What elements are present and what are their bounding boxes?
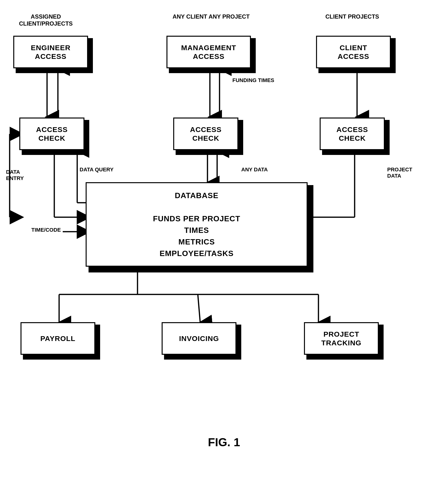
engineer-access-box: ENGINEER ACCESS bbox=[13, 36, 88, 68]
any-client-label: ANY CLIENT ANY PROJECT bbox=[171, 13, 251, 20]
project-tracking-label: PROJECT TRACKING bbox=[321, 330, 361, 347]
access-check-2-label: ACCESS CHECK bbox=[190, 125, 222, 143]
time-code-label: TIME/CODE bbox=[31, 227, 70, 233]
invoicing-box: INVOICING bbox=[162, 322, 236, 355]
data-entry-label: DATA ENTRY bbox=[6, 169, 37, 182]
client-access-box: CLIENT ACCESS bbox=[316, 36, 391, 68]
svg-line-22 bbox=[198, 294, 200, 323]
funding-times-label: FUNDING TIMES bbox=[229, 77, 277, 83]
any-data-label: ANY DATA bbox=[241, 167, 277, 173]
access-check-3-box: ACCESS CHECK bbox=[320, 118, 385, 150]
access-check-1-label: ACCESS CHECK bbox=[36, 125, 68, 143]
database-box: DATABASE FUNDS PER PROJECT TIMES METRICS… bbox=[86, 182, 308, 267]
project-tracking-box: PROJECT TRACKING bbox=[304, 322, 379, 355]
client-access-label: CLIENT ACCESS bbox=[337, 43, 369, 61]
access-check-2-box: ACCESS CHECK bbox=[173, 118, 238, 150]
database-label: DATABASE FUNDS PER PROJECT TIMES METRICS… bbox=[153, 190, 240, 259]
access-check-3-label: ACCESS CHECK bbox=[336, 125, 368, 143]
data-query-label: DATA QUERY bbox=[80, 167, 121, 173]
engineer-access-label: ENGINEER ACCESS bbox=[31, 43, 71, 61]
assigned-client-label: ASSIGNED CLIENT/PROJECTS bbox=[12, 13, 80, 27]
project-data-label: PROJECT DATA bbox=[387, 167, 426, 179]
diagram: ASSIGNED CLIENT/PROJECTS ANY CLIENT ANY … bbox=[0, 0, 448, 459]
management-access-box: MANAGEMENT ACCESS bbox=[167, 36, 251, 68]
access-check-1-box: ACCESS CHECK bbox=[19, 118, 84, 150]
management-access-label: MANAGEMENT ACCESS bbox=[181, 43, 236, 61]
figure-caption: FIG. 1 bbox=[0, 436, 448, 449]
invoicing-label: INVOICING bbox=[179, 334, 219, 343]
client-projects-label: CLIENT PROJECTS bbox=[316, 13, 388, 20]
payroll-box: PAYROLL bbox=[21, 322, 95, 355]
payroll-label: PAYROLL bbox=[40, 334, 75, 343]
